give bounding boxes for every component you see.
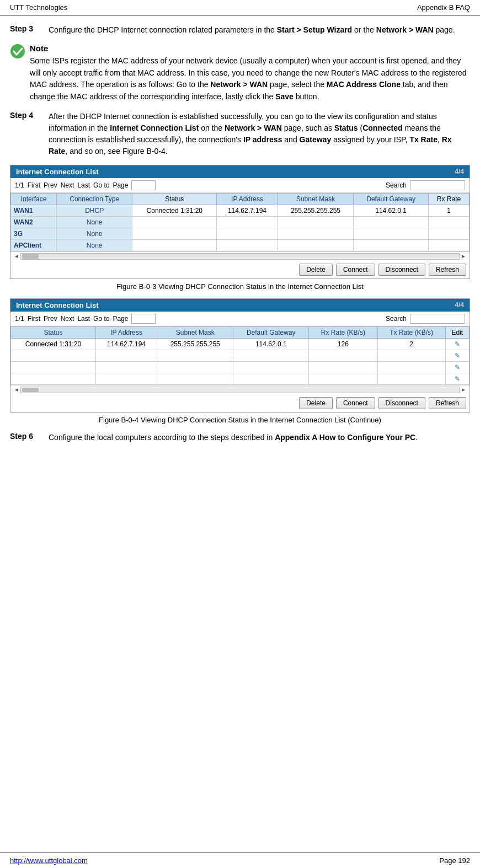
figure1-row4-rxrate [428, 239, 469, 251]
figure1-row1-conntype: DHCP [57, 205, 132, 216]
note-bold3: Save [275, 92, 294, 101]
figure2-hscroll-thumb [22, 388, 39, 392]
figure2-title: Internet Connection List [16, 301, 99, 309]
figure1-search-label: Search [386, 181, 407, 189]
figure2-caption: Figure B-0-4 Viewing DHCP Connection Sta… [10, 416, 470, 424]
header-right: Appendix B FAQ [417, 3, 470, 12]
figure2-hscroll[interactable] [20, 387, 460, 393]
step4-bold4: Connected [362, 124, 402, 132]
figure1-first-link[interactable]: First [28, 181, 40, 189]
figure1-row2-subnet [278, 216, 354, 228]
figure2-row2-ip [95, 350, 157, 361]
figure1-row1-status: Connected 1:31:20 [132, 205, 217, 216]
figure1-col-conntype: Connection Type [57, 193, 132, 205]
note-box: Note Some ISPs register the MAC address … [10, 44, 470, 103]
figure1-connect-button[interactable]: Connect [336, 264, 375, 276]
figure1-delete-button[interactable]: Delete [299, 264, 333, 276]
figure1-hscroll[interactable] [20, 253, 460, 260]
figure1-refresh-button[interactable]: Refresh [429, 264, 466, 276]
figure1-col-ip: IP Address [217, 193, 278, 205]
figure1-title-bar: Internet Connection List 4/4 [10, 165, 470, 178]
figure2-row2-gateway [233, 350, 309, 361]
figure2-row4-rxrate [309, 373, 378, 384]
table-row: Connected 1:31:20 114.62.7.194 255.255.2… [11, 338, 470, 350]
figure1-row3-subnet [278, 228, 354, 239]
step3-row: Step 3 Configure the DHCP Internet conne… [10, 24, 470, 36]
figure2-first-link[interactable]: First [28, 315, 40, 323]
table-row: WAN1 DHCP Connected 1:31:20 114.62.7.194… [11, 205, 470, 216]
step3-bold1: Start > Setup Wizard [277, 25, 352, 34]
figure1-row3-gateway [354, 228, 429, 239]
footer-link[interactable]: http://www.uttglobal.com [10, 856, 88, 865]
header-left: UTT Technologies [10, 3, 67, 12]
figure2-connect-button[interactable]: Connect [336, 397, 375, 409]
figure1-scroll-right[interactable]: ► [460, 253, 467, 259]
table-row: 3G None [11, 228, 470, 239]
figure2-row4-status [11, 373, 96, 384]
step4-row: Step 4 After the DHCP Internet connectio… [10, 111, 470, 157]
figure2-scroll-right[interactable]: ► [460, 387, 467, 393]
figure2-row1-edit[interactable]: ✎ [445, 338, 469, 350]
figure2-title-bar: Internet Connection List 4/4 [10, 299, 470, 312]
figure2-row1-rxrate: 126 [309, 338, 378, 350]
footer-page: Page 192 [439, 856, 470, 865]
figure1-col-status: Status [132, 193, 217, 205]
figure2-row1-status: Connected 1:31:20 [11, 338, 96, 350]
figure2-scrollbar-row: ◄ ► [10, 385, 470, 394]
figure1-last-link[interactable]: Last [77, 181, 90, 189]
figure2-refresh-button[interactable]: Refresh [429, 397, 466, 409]
figure2-delete-button[interactable]: Delete [299, 397, 333, 409]
table-row: WAN2 None [11, 216, 470, 228]
step6-row: Step 6 Configure the local computers acc… [10, 432, 470, 443]
figure2-disconnect-button[interactable]: Disconnect [378, 397, 425, 409]
figure1-prev-link[interactable]: Prev [44, 181, 57, 189]
figure1-hscroll-thumb [22, 254, 39, 259]
figure1-page-input[interactable] [131, 180, 156, 190]
figure1-scroll-left[interactable]: ◄ [13, 253, 20, 259]
figure2-row2-edit[interactable]: ✎ [445, 350, 469, 361]
figure1-row3-ip [217, 228, 278, 239]
figure1-row1-iface: WAN1 [11, 205, 57, 216]
figure1-next-link[interactable]: Next [61, 181, 74, 189]
figure1-row4-conntype: None [57, 239, 132, 251]
figure2-row4-edit[interactable]: ✎ [445, 373, 469, 384]
figure1-row1-gateway: 114.62.0.1 [354, 205, 429, 216]
figure2-next-link[interactable]: Next [61, 315, 74, 323]
figure2-fraction: 1/1 [15, 315, 24, 323]
figure1-table: Interface Connection Type Status IP Addr… [10, 193, 470, 251]
figure2-row3-edit[interactable]: ✎ [445, 361, 469, 373]
figure1-nav-row: 1/1 First Prev Next Last Go to Page Sear… [10, 178, 470, 193]
figure2-row4-txrate [377, 373, 445, 384]
note-bold2: MAC Address Clone [327, 80, 401, 89]
figure2-row2-subnet [157, 350, 233, 361]
step6-bold1: Appendix A How to Configure Your PC [275, 433, 415, 442]
figure2-prev-link[interactable]: Prev [44, 315, 57, 323]
figure2-scroll-left[interactable]: ◄ [13, 387, 20, 393]
figure2-search-input[interactable] [410, 314, 465, 324]
figure1-col-rxrate: Rx Rate [428, 193, 469, 205]
note-body: Some ISPs register the MAC address of yo… [30, 55, 470, 103]
figure2-page-input[interactable] [131, 314, 156, 324]
figure1-search-input[interactable] [410, 180, 465, 190]
figure2-col-subnet: Subnet Mask [157, 326, 233, 338]
table-row: ✎ [11, 361, 470, 373]
figure1-row2-ip [217, 216, 278, 228]
step6-text: Configure the local computers according … [49, 432, 470, 443]
figure2-last-link[interactable]: Last [77, 315, 90, 323]
figure2-col-txrate: Tx Rate (KB/s) [377, 326, 445, 338]
figure1-row4-iface: APClient [11, 239, 57, 251]
figure1-page-count: 4/4 [455, 168, 464, 175]
figure2-nav-row: 1/1 First Prev Next Last Go to Page Sear… [10, 312, 470, 326]
figure1-goto-label: Go to [93, 181, 109, 189]
figure1-row3-status [132, 228, 217, 239]
step4-bold2: Network > WAN [225, 124, 282, 132]
figure1-disconnect-button[interactable]: Disconnect [378, 264, 425, 276]
figure2-row4-ip [95, 373, 157, 384]
figure2-col-status: Status [11, 326, 96, 338]
figure2-row3-gateway [233, 361, 309, 373]
step4-text: After the DHCP Internet connection is es… [49, 111, 470, 157]
figure2-table: Status IP Address Subnet Mask Default Ga… [10, 326, 470, 385]
figure2-page-label: Page [113, 315, 128, 323]
figure1-row2-iface: WAN2 [11, 216, 57, 228]
note-title: Note [30, 44, 470, 53]
